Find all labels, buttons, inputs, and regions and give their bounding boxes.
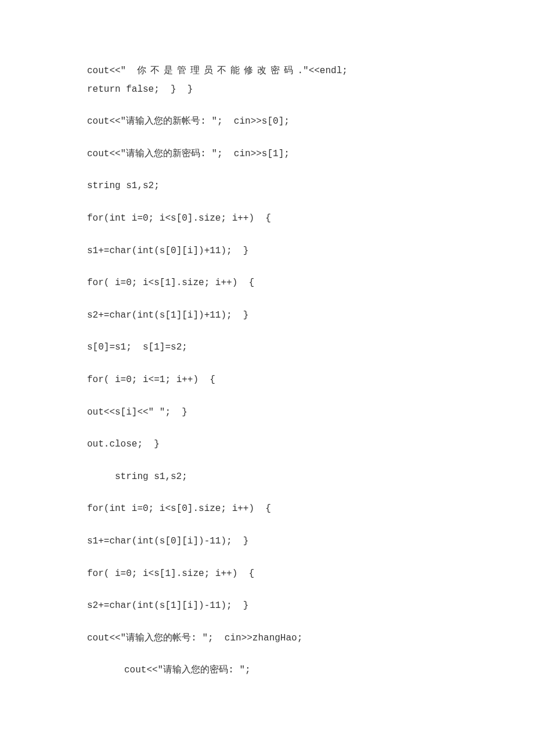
- code-text: string s1,s2;: [115, 471, 187, 482]
- code-line: cout<<"请输入您的新密码: "; cin>>s[1];: [87, 147, 447, 162]
- code-text: cout<<"请输入您的新帐号: "; cin>>s[0];: [87, 116, 290, 127]
- code-text: cout<<"请输入您的密码: ";: [124, 665, 251, 675]
- code-text: cout<<"请输入您的帐号: "; cin>>zhangHao;: [87, 633, 302, 643]
- code-text: s1+=char(int(s[0][i])+11); }: [87, 246, 248, 256]
- code-line: string s1,s2;: [87, 470, 447, 485]
- code-line: for( i=0; i<=1; i++) {: [87, 373, 447, 388]
- code-line: cout<<" 你不是管理员不能修改密码."<<endl;: [87, 64, 447, 79]
- code-line: for(int i=0; i<s[0].size; i++) {: [87, 211, 447, 226]
- code-text: ."<<endl;: [297, 66, 347, 76]
- code-text: s1+=char(int(s[0][i])-11); }: [87, 536, 248, 546]
- code-line: cout<<"请输入您的帐号: "; cin>>zhangHao;: [87, 631, 447, 646]
- code-line: s2+=char(int(s[1][i])+11); }: [87, 308, 447, 323]
- code-text: for( i=0; i<=1; i++) {: [87, 375, 215, 385]
- code-text: cout<<"请输入您的新密码: "; cin>>s[1];: [87, 149, 290, 159]
- code-text: return false; } }: [87, 84, 193, 95]
- code-text: s2+=char(int(s[1][i])-11); }: [87, 600, 248, 611]
- code-line: cout<<"请输入您的密码: ";: [87, 663, 447, 678]
- code-text: cout<<": [87, 66, 137, 76]
- code-line: string s1,s2;: [87, 179, 447, 194]
- code-text: 你不是管理员不能修改密码: [137, 66, 297, 76]
- code-line: out<<s[i]<<" "; }: [87, 405, 447, 420]
- code-text: for(int i=0; i<s[0].size; i++) {: [87, 213, 271, 224]
- code-line: s2+=char(int(s[1][i])-11); }: [87, 599, 447, 614]
- code-text: for(int i=0; i<s[0].size; i++) {: [87, 503, 271, 514]
- code-line: for( i=0; i<s[1].size; i++) {: [87, 276, 447, 291]
- code-line: cout<<"请输入您的新帐号: "; cin>>s[0];: [87, 114, 447, 129]
- code-text: string s1,s2;: [87, 181, 160, 191]
- code-line: for(int i=0; i<s[0].size; i++) {: [87, 502, 447, 517]
- code-line: s1+=char(int(s[0][i])+11); }: [87, 244, 447, 259]
- code-text: s2+=char(int(s[1][i])+11); }: [87, 310, 248, 321]
- code-line: out.close; }: [87, 437, 447, 452]
- code-line: for( i=0; i<s[1].size; i++) {: [87, 567, 447, 582]
- code-text: out.close; }: [87, 439, 160, 449]
- code-line: s1+=char(int(s[0][i])-11); }: [87, 534, 447, 549]
- code-text: out<<s[i]<<" "; }: [87, 407, 187, 417]
- code-line: return false; } }: [87, 82, 447, 98]
- code-line: s[0]=s1; s[1]=s2;: [87, 340, 447, 355]
- code-text: for( i=0; i<s[1].size; i++) {: [87, 568, 254, 579]
- code-text: for( i=0; i<s[1].size; i++) {: [87, 278, 254, 288]
- document-page: cout<<" 你不是管理员不能修改密码."<<endl;return fals…: [0, 0, 534, 742]
- code-text: s[0]=s1; s[1]=s2;: [87, 342, 187, 352]
